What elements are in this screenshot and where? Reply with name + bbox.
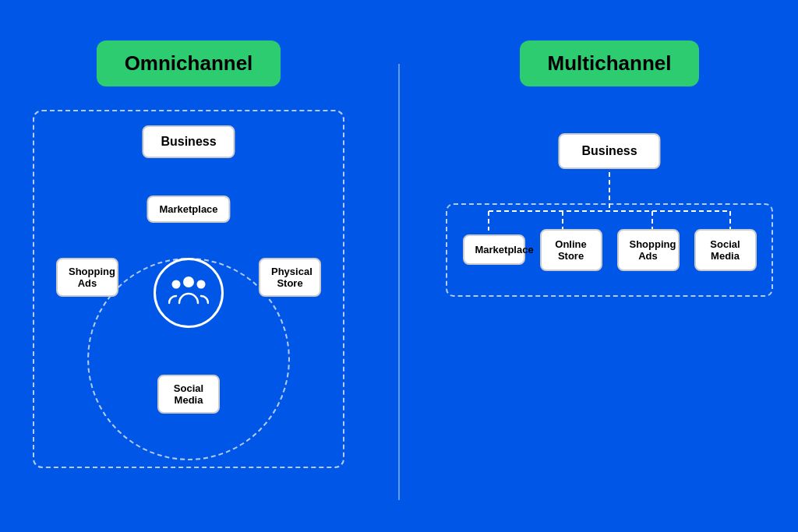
multichannel-badge: Multichannel [520, 41, 700, 86]
svg-point-0 [183, 277, 194, 287]
omni-marketplace-box: Marketplace [147, 196, 230, 223]
omnichannel-section: Omnichannel Business [17, 41, 360, 468]
multi-marketplace-box: Marketplace [463, 234, 525, 265]
svg-point-1 [172, 280, 181, 289]
multi-online-store-box: Online Store [540, 229, 602, 271]
omni-center-circle [154, 258, 224, 328]
section-divider [398, 64, 400, 500]
multichannel-diagram: Business Marketplace Online Store Shoppi… [446, 110, 773, 468]
omnichannel-diagram: Business [33, 110, 344, 468]
multi-social-media-box: Social Media [694, 229, 757, 271]
people-icon [168, 273, 209, 312]
multi-business-box: Business [558, 133, 660, 169]
multichannel-title: Multichannel [548, 51, 672, 75]
omni-physical-store-box: Physical Store [259, 258, 321, 297]
multi-channels-row: Marketplace Online Store Shopping Ads So… [446, 203, 773, 297]
omni-shopping-ads-box: Shopping Ads [56, 258, 118, 297]
omni-social-media-box: Social Media [157, 375, 220, 414]
svg-point-2 [197, 280, 206, 289]
omni-business-box: Business [142, 125, 235, 158]
multi-shopping-ads-box: Shopping Ads [617, 229, 680, 271]
main-container: Omnichannel Business [17, 25, 781, 508]
omnichannel-badge: Omnichannel [97, 41, 281, 86]
omnichannel-title: Omnichannel [125, 51, 253, 75]
multichannel-section: Multichannel Business M [438, 41, 781, 468]
